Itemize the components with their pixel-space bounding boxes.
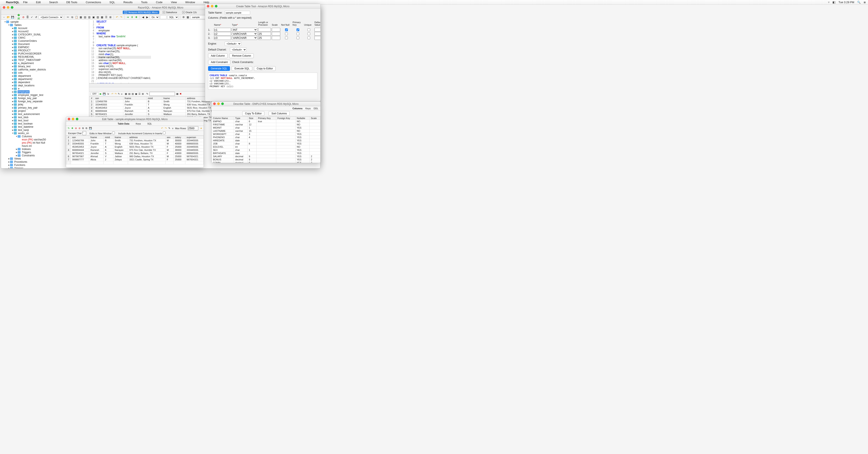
table-row[interactable]: SALARYdecimal9YES2	[212, 155, 320, 158]
table-name-input[interactable]	[225, 11, 250, 14]
commit-icon[interactable]: ✓	[30, 15, 34, 19]
table-row[interactable]: SEXchar1YES	[212, 149, 320, 152]
tool-icon[interactable]: ✎	[146, 93, 148, 95]
add-icon[interactable]: ✚	[71, 127, 73, 130]
col-length-input[interactable]	[258, 28, 271, 32]
undo-icon[interactable]: ↶	[161, 127, 163, 130]
close-tab-icon[interactable]: ×	[124, 11, 127, 13]
conn-tab[interactable]: ×Salesforce	[161, 10, 179, 14]
redo-icon[interactable]: ↷	[120, 15, 123, 19]
tool-icon[interactable]: ▣	[135, 93, 137, 95]
tree-table-california_water_districts[interactable]: ▶california_water_districts	[1, 68, 89, 71]
conn-tab[interactable]: ×Oracle 12c	[181, 10, 198, 14]
next-icon[interactable]: ▶	[146, 15, 149, 19]
tree-table-CATEGORY_SUNIL[interactable]: ▶CATEGORY_SUNIL	[1, 33, 89, 36]
wifi-icon[interactable]: ▿	[828, 1, 830, 4]
add-column-button[interactable]: Add Column	[208, 54, 228, 58]
tool-icon[interactable]: ▨	[96, 15, 99, 19]
tool-icon[interactable]: ▦	[79, 15, 82, 19]
close-icon[interactable]	[3, 6, 5, 9]
tab-columns[interactable]: Columns	[292, 107, 302, 110]
table-row[interactable]: MIDINITchar1YES	[212, 126, 320, 129]
tree-table-cols[interactable]: ▶cols	[1, 71, 89, 74]
tree-table-PRODUCT[interactable]: ▶PRODUCT	[1, 49, 89, 52]
close-icon[interactable]: ✖	[180, 93, 182, 95]
tree-table-foreign_key_separate[interactable]: ▶foreign_key_separate	[1, 100, 89, 103]
table-row[interactable]: 6987987987AhmadVJabbar980 Dallas, Housto…	[66, 155, 204, 158]
open-icon[interactable]: 📂	[7, 15, 10, 19]
run-plus-icon[interactable]: ✚	[135, 15, 138, 19]
table-row[interactable]: EMPNOchar6trueNO	[212, 120, 320, 123]
menu-window[interactable]: Window	[185, 1, 195, 4]
table-row[interactable]: 5987654321JenniferSWallace291 Berry, Bel…	[66, 152, 204, 155]
col-name-input[interactable]	[214, 32, 231, 36]
tree-table-primary_key_pair[interactable]: ▶primary_key_pair	[1, 106, 89, 109]
tree-table-employee_trigger_test[interactable]: ▶employee_trigger_test	[1, 93, 89, 97]
tab-keys[interactable]: Keys	[306, 107, 311, 110]
table-row[interactable]: 1123456789JohnBSmith731 Fondren, Houston…	[66, 139, 204, 142]
table-row[interactable]: 8	[66, 161, 204, 164]
col-type-select[interactable]: VARCHAR	[232, 32, 257, 36]
table-row[interactable]: HIREDATEdateYES	[212, 139, 320, 142]
max-icon[interactable]	[215, 5, 217, 7]
table-row[interactable]: EDLEVELintNO	[212, 145, 320, 149]
max-icon[interactable]	[221, 102, 224, 105]
tree-table-binary_test[interactable]: ▶binary_test	[1, 65, 89, 68]
table-row[interactable]: 3453453453JoyceAEnglish5631 Rice, Housto…	[66, 145, 204, 149]
col-length-input[interactable]	[258, 32, 271, 36]
filter-input[interactable]	[160, 15, 166, 19]
tree-table-CustomerOrders[interactable]: ▶CustomerOrders	[1, 39, 89, 42]
table-row[interactable]: BONUSdecimal9YES2	[212, 158, 320, 161]
tree-table-PURCHASEORDER[interactable]: ▶PURCHASEORDER	[1, 52, 89, 55]
tab-table-data[interactable]: Table Data	[116, 122, 131, 125]
tree-table-Document[interactable]: ▶Document	[1, 42, 89, 45]
refresh-icon[interactable]: ↻	[68, 127, 70, 130]
col-name-input[interactable]	[214, 28, 231, 32]
col-default-input[interactable]	[314, 36, 321, 40]
tool-icon[interactable]: ☰	[138, 93, 141, 95]
tool-icon[interactable]: ⚙	[182, 15, 185, 19]
engine-select[interactable]: <Default>	[225, 41, 241, 46]
menu-view[interactable]: View	[171, 1, 177, 4]
stop-icon[interactable]: ⊘	[79, 127, 81, 130]
tree-table-dependent[interactable]: ▶dependent	[1, 80, 89, 84]
close-icon[interactable]	[207, 5, 209, 7]
close-tab-icon[interactable]: ×	[182, 11, 185, 13]
menu-tools[interactable]: Tools	[141, 1, 147, 4]
tree-table-foreign_key_pair[interactable]: ▶foreign_key_pair	[1, 97, 89, 100]
menu-sql[interactable]: SQL	[110, 1, 115, 4]
col-unique-check[interactable]	[304, 36, 314, 39]
tool-icon[interactable]: ▤	[83, 15, 87, 19]
lang-select[interactable]: SQL	[167, 15, 179, 19]
tool-icon[interactable]: ▥	[88, 15, 91, 19]
col-default-input[interactable]	[314, 32, 321, 36]
edit-grid[interactable]: #ssnfnameminitlnameaddresssexsalarysuper…	[66, 136, 204, 167]
tree-table-employee[interactable]: ▶employee	[1, 90, 89, 93]
run-icon[interactable]: ➜	[126, 15, 129, 19]
export-icon[interactable]: ⇲	[107, 93, 109, 95]
tree-table-project[interactable]: ▶project	[1, 109, 89, 112]
max-rows-input[interactable]	[188, 126, 198, 130]
save-icon[interactable]: 💾	[89, 127, 92, 130]
table-row[interactable]: LASTNAMEvarchar15NO	[212, 129, 320, 133]
table-row[interactable]: COMMdecimal9YES2	[212, 161, 320, 163]
copy-to-editor-button[interactable]: Copy To Editor	[242, 111, 265, 116]
min-icon[interactable]	[72, 118, 74, 120]
table-row[interactable]: FIRSTNMEvarchar12NO	[212, 123, 320, 126]
tab-sql[interactable]: SQL	[146, 122, 154, 125]
battery-icon[interactable]: ▮▯	[833, 1, 836, 4]
include-autoinc-check[interactable]: Include Auto Increment Columns in Insert…	[118, 132, 166, 135]
copy-icon[interactable]: ⧉	[70, 15, 74, 19]
generated-sql[interactable]: CREATE TABLE sample.sample (c1 INT NOT N…	[208, 72, 317, 90]
tree-table-department[interactable]: ▶department	[1, 74, 89, 77]
tool-icon[interactable]: ▦	[186, 15, 189, 19]
col-default-input[interactable]	[314, 28, 321, 32]
undo-icon[interactable]: ↶	[112, 93, 113, 95]
tool-icon[interactable]: ⊞	[142, 93, 144, 95]
tool-icon[interactable]: ▣	[92, 15, 95, 19]
on-select[interactable]: On	[150, 15, 159, 19]
tab-keys[interactable]: Keys	[134, 122, 143, 125]
connect-icon[interactable]: �难	[18, 15, 21, 19]
edits-new-window-check[interactable]: Edits in New Window	[90, 132, 115, 135]
redo-icon[interactable]: ↷	[165, 127, 167, 130]
